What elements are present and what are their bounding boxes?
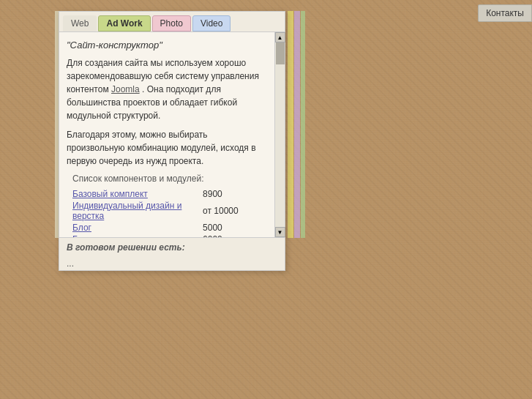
tab-web[interactable]: Web [63,15,97,31]
component-price: от 10000 [203,200,273,222]
component-price: 6000 [203,234,273,237]
table-row: Базовый комплект8900 [72,188,273,200]
right-panel-purple [294,11,300,238]
intro-paragraph-1: Для создания сайта мы используем хорошо … [67,56,267,122]
scroll-up-button[interactable]: ▲ [275,32,285,42]
component-price: 8900 [203,188,273,200]
tab-video[interactable]: Video [192,15,231,31]
component-name-link[interactable]: Базовый комплект [72,188,203,200]
scroll-track [275,42,285,227]
component-name-link[interactable]: Индивидуальный дизайн и верстка [72,200,203,222]
right-panel-green [301,11,305,238]
scrollbar: ▲ ▼ [274,32,285,237]
scroll-down-button[interactable]: ▼ [275,227,285,237]
intro-paragraph-2: Благодаря этому, можно выбирать произвол… [67,128,267,168]
list-title: Список компонентов и модулей: [72,174,267,184]
right-panel-yellow [288,11,293,238]
component-name-link[interactable]: Блог [72,222,203,234]
content-wrapper: "Сайт-конструктор" Для создания сайта мы… [59,32,285,237]
contacts-button[interactable]: Контакты [478,4,532,22]
bottom-section: В готовом решении есть: ... [59,237,285,270]
content-area: "Сайт-конструктор" Для создания сайта мы… [59,32,274,237]
tabs-row: Web Ad Work Photo Video [59,12,285,32]
table-row: Галерея6000 [72,234,273,237]
components-table: Базовый комплект8900Индивидуальный дизай… [72,188,273,237]
table-row: Индивидуальный дизайн и версткаот 10000 [72,200,273,222]
bottom-section-title: В готовом решении есть: [59,238,285,257]
table-row: Блог5000 [72,222,273,234]
scroll-thumb[interactable] [276,42,285,64]
component-price: 5000 [203,222,273,234]
bottom-section-detail: ... [59,257,285,270]
section-title: "Сайт-конструктор" [67,40,267,51]
component-name-link[interactable]: Галерея [72,234,203,237]
joomla-link[interactable]: Joomla [111,84,140,94]
main-panel: Web Ad Work Photo Video "Сайт-конструкто… [59,11,285,271]
tab-adwork[interactable]: Ad Work [98,15,150,31]
tab-photo[interactable]: Photo [152,15,191,31]
